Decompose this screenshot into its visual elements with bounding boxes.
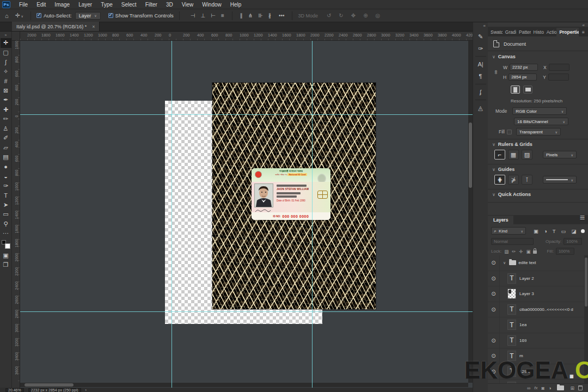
show-transform-checkbox[interactable]: Show Transform Controls [108, 13, 174, 19]
bit-depth-dropdown[interactable]: 16 Bits/Channel∨ [514, 118, 568, 125]
horizontal-ruler[interactable]: 2000180016001400120010008006004002000200… [12, 32, 473, 41]
align-center-v-icon[interactable]: ≡ [219, 13, 226, 19]
lock-pixels-icon[interactable]: ✏ [511, 249, 516, 254]
lock-artboard-icon[interactable]: ▣ [525, 249, 531, 254]
distribute-v-icon[interactable]: ∦ [266, 13, 273, 19]
path-selection-tool[interactable]: ➤ [1, 200, 11, 210]
filter-shape-icon[interactable]: ▭ [560, 228, 567, 234]
height-field[interactable]: 2854 px [509, 74, 537, 81]
guide-horizontal-1[interactable] [20, 114, 473, 115]
filter-adjustment-icon[interactable]: ◑ [543, 228, 548, 234]
eyedropper-tool[interactable]: ✒ [1, 95, 11, 105]
transparency-grid-button[interactable]: ▨ [522, 150, 532, 160]
text-layer-thumbnail[interactable]: T [507, 320, 516, 330]
lock-position-icon[interactable]: ✛ [518, 249, 523, 254]
tab-patter[interactable]: Patter [516, 28, 531, 36]
opacity-field[interactable]: 100% [564, 238, 582, 245]
blend-mode-dropdown[interactable]: Normal [491, 238, 534, 245]
layer-mask-icon[interactable]: ◙ [542, 385, 544, 391]
dodge-tool[interactable]: ◒ [1, 171, 11, 181]
layer-row[interactable]: ⊙Layer 3 [488, 286, 588, 302]
menu-3d[interactable]: 3D [162, 1, 177, 9]
layer-row[interactable]: ⊙TLayer 2 [488, 271, 588, 287]
zoom-level-field[interactable]: 20.46% [5, 388, 24, 392]
dock-collapse-icon[interactable]: « [483, 23, 488, 28]
align-right-icon[interactable]: ⊢ [209, 13, 218, 19]
distribute-left-icon[interactable]: ∥ [238, 13, 245, 19]
filter-type-icon[interactable]: T [552, 228, 557, 234]
guide-horizontal-2[interactable] [20, 311, 473, 312]
distribute-center-icon[interactable]: ⋔ [246, 13, 255, 19]
visibility-eye-icon-off[interactable] [488, 317, 500, 333]
eraser-tool[interactable]: ▱ [1, 143, 11, 153]
auto-select-target-dropdown[interactable]: Layer ∨ [75, 12, 101, 20]
menu-layer[interactable]: Layer [74, 1, 96, 9]
quick-selection-tool[interactable]: ✧ [1, 67, 11, 77]
scrollbar-thumb[interactable] [585, 258, 587, 307]
distribute-right-icon[interactable]: ⊪ [256, 13, 265, 19]
layer-effects-icon[interactable]: fx [534, 385, 537, 390]
menu-select[interactable]: Select [117, 1, 141, 9]
visibility-eye-icon[interactable]: ⊙ [488, 286, 500, 302]
new-layer-icon[interactable]: ⊞ [570, 385, 574, 391]
layer-row[interactable]: T1ea [488, 317, 588, 333]
visibility-eye-icon[interactable]: ⊙ [488, 333, 500, 348]
move-tool-icon[interactable]: ✛ ∨ [14, 12, 25, 19]
tab-actio[interactable]: Actio [544, 28, 557, 36]
text-layer-thumbnail[interactable]: T [507, 304, 516, 315]
menu-image[interactable]: Image [50, 1, 74, 9]
chevron-down-icon[interactable]: ∨ [503, 261, 506, 265]
paragraph-icon[interactable]: ¶ [474, 70, 487, 82]
y-field[interactable] [548, 74, 569, 81]
adjustment-layer-icon[interactable]: ◑ [548, 385, 551, 391]
crop-tool[interactable]: # [1, 76, 11, 86]
fill-checkbox[interactable] [507, 130, 512, 134]
landscape-orientation-button[interactable] [523, 85, 532, 94]
gradient-tool[interactable]: ▤ [1, 152, 11, 162]
libraries-icon[interactable]: ◬ [474, 102, 487, 114]
lasso-tool[interactable]: ʃ [1, 57, 11, 67]
filter-kind-dropdown[interactable]: ⌕ Kind ∨ [491, 227, 526, 235]
pixel-layer-thumbnail[interactable] [507, 289, 516, 299]
move-tool[interactable]: ✛ [1, 38, 11, 48]
layer-row[interactable]: ⊙T169 [488, 333, 588, 349]
align-left-icon[interactable]: ⊣ [188, 13, 198, 19]
history-brush-tool[interactable]: ✐ [1, 133, 11, 143]
x-field[interactable] [549, 64, 569, 71]
edit-toolbar[interactable]: ⋯ [1, 229, 11, 238]
layer-row[interactable]: ⊙Tciba0000000..<<<<<<<<0 d [488, 302, 588, 318]
units-dropdown[interactable]: Pixels∨ [543, 151, 577, 158]
tab-layers[interactable]: Layers [488, 216, 513, 224]
canvas-section-header[interactable]: ∨Canvas [492, 54, 516, 59]
layer-row[interactable]: ⊙∨edite text [488, 255, 588, 271]
text-layer-thumbnail[interactable]: T [507, 335, 516, 346]
smart-guides-button[interactable]: ⋡ [508, 175, 519, 185]
menu-filter[interactable]: Filter [141, 1, 162, 9]
frame-tool[interactable]: ⊠ [1, 86, 11, 96]
guide-style-dropdown[interactable]: ∨ [543, 176, 577, 183]
scrollbar-thumb[interactable] [24, 383, 74, 387]
tab-histo[interactable]: Histo [531, 28, 544, 36]
home-icon[interactable]: ⌂ [3, 13, 10, 19]
link-layers-icon[interactable]: ∞ [527, 385, 530, 391]
properties-menu-icon[interactable]: ≡ [579, 28, 588, 36]
canvas-viewport[interactable]: 2000180016001400120010008006004002000200… [12, 32, 473, 388]
status-arrow-icon[interactable]: › [85, 388, 87, 392]
layers-menu-icon[interactable]: ≡ [577, 211, 588, 224]
brush-settings-icon[interactable]: ✑ [474, 42, 487, 54]
filter-smart-object-icon[interactable]: ◪ [571, 228, 578, 234]
clone-stamp-tool[interactable]: ♙ [1, 124, 11, 134]
menu-file[interactable]: File [15, 1, 32, 9]
filter-pixel-icon[interactable]: ▣ [532, 228, 540, 234]
menu-type[interactable]: Type [96, 1, 117, 9]
foreground-color-swatch[interactable] [5, 243, 10, 249]
tab-gradi[interactable]: Gradi [503, 28, 516, 36]
delete-layer-icon[interactable] [578, 385, 583, 390]
visibility-eye-icon[interactable]: ⊙ [488, 255, 500, 271]
quick-mask-icon[interactable]: ▣ [1, 251, 11, 261]
document-tab[interactable]: Italy id.psd @ 20.7% (RGB/16) * × [12, 22, 100, 31]
more-options-icon[interactable]: ••• [277, 13, 287, 19]
align-center-h-icon[interactable]: ⊥ [199, 13, 208, 19]
text-layer-thumbnail[interactable]: T [507, 273, 516, 284]
filter-toggle-icon[interactable] [581, 229, 585, 233]
